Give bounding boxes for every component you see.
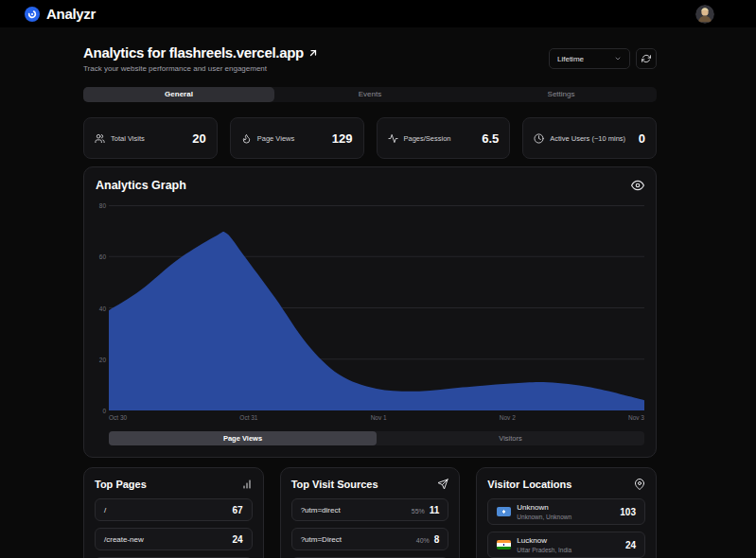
source-values: 40% 8 (416, 534, 440, 545)
location-region: Unknown, Unknown (517, 514, 571, 520)
india-flag-icon (497, 540, 511, 549)
main-content: Analytics for flashreels.vercel.app Trac… (83, 27, 657, 558)
external-link-icon[interactable] (308, 47, 319, 59)
stat-value: 6.5 (482, 131, 499, 146)
top-pages-panel: Top Pages / 67 /create-new 24 (83, 467, 264, 558)
y-tick: 60 (99, 253, 106, 260)
location-count: 103 (620, 507, 636, 517)
y-tick: 20 (99, 356, 106, 362)
source-percent: 55% (412, 508, 425, 514)
page-header: Analytics for flashreels.vercel.app Trac… (83, 44, 657, 73)
stat-label: Pages/Session (404, 134, 451, 143)
graph-title: Analytics Graph (96, 179, 186, 192)
page-count: 24 (233, 534, 243, 545)
header-controls: Lifetime (549, 48, 657, 69)
clock-icon (534, 133, 544, 144)
stat-left: Page Views (241, 133, 294, 144)
source-percent: 40% (416, 537, 430, 544)
panel-header: Top Visit Sources (291, 479, 449, 490)
page-title-text: Analytics for flashreels.vercel.app (83, 44, 304, 61)
y-tick: 40 (99, 305, 106, 311)
list-item: Lucknow Uttar Pradesh, India 24 (487, 532, 645, 558)
analyzr-logo-icon (25, 7, 40, 22)
top-navbar: Analyzr (0, 0, 756, 27)
refresh-icon (642, 54, 651, 63)
list-item: / 67 (95, 498, 253, 521)
y-tick: 80 (99, 202, 106, 209)
series-toggle: Page Views Visitors (109, 431, 644, 445)
graph-header: Analytics Graph (96, 179, 644, 192)
location-name: Lucknow (517, 536, 571, 545)
unknown-flag-icon (497, 507, 511, 516)
x-axis-labels: Oct 30 Oct 31 Nov 1 Nov 2 Nov 3 (109, 414, 644, 421)
plot-area (109, 205, 644, 410)
stat-card-pages-per-session: Pages/Session 6.5 (377, 117, 511, 159)
stat-label: Active Users (~10 mins) (550, 134, 625, 143)
refresh-button[interactable] (636, 48, 657, 69)
location-text: Unknown Unknown, Unknown (517, 503, 571, 520)
tab-events[interactable]: Events (274, 87, 466, 102)
page-subtitle: Track your website performance and user … (83, 64, 319, 73)
location-info: Unknown Unknown, Unknown (497, 503, 571, 520)
list-item: Unknown Unknown, Unknown 103 (487, 498, 645, 525)
stat-value: 129 (332, 131, 353, 146)
page-path: / (104, 506, 106, 514)
top-visit-sources-panel: Top Visit Sources ?utm=direct 55% 11 ?ut… (280, 467, 461, 558)
tab-bar: General Events Settings (83, 87, 657, 102)
location-name: Unknown (517, 503, 571, 512)
x-tick: Oct 31 (239, 414, 257, 421)
map-pin-icon (634, 479, 645, 490)
time-range-select[interactable]: Lifetime (549, 48, 630, 69)
user-avatar[interactable] (695, 5, 714, 24)
users-icon (95, 133, 105, 144)
tab-general[interactable]: General (83, 87, 274, 102)
tab-settings[interactable]: Settings (466, 87, 657, 102)
page-title: Analytics for flashreels.vercel.app (83, 44, 319, 61)
panel-header: Top Pages (95, 479, 253, 490)
graph-visibility-button[interactable] (631, 179, 644, 192)
visitor-locations-panel: Visitor Locations Unknown Unknown, Unkno… (476, 467, 657, 558)
analytics-area-chart (109, 205, 644, 410)
page-count: 67 (233, 505, 243, 515)
panel-header: Visitor Locations (487, 479, 645, 490)
stat-left: Active Users (~10 mins) (534, 133, 625, 144)
toggle-page-views[interactable]: Page Views (109, 431, 377, 445)
analytics-graph-card: Analytics Graph 80 60 40 20 0 Oct 30 Oct… (83, 166, 657, 458)
stat-card-page-views: Page Views 129 (230, 117, 364, 159)
x-tick: Nov 1 (371, 414, 387, 421)
list-item: /create-new 24 (95, 528, 253, 550)
brand[interactable]: Analyzr (25, 6, 96, 22)
flame-icon (241, 133, 252, 144)
stat-cards-row: Total Visits 20 Page Views 129 Pages/Ses… (83, 117, 657, 159)
x-tick: Nov 2 (500, 414, 516, 421)
list-item: ?utm=Direct 40% 8 (291, 528, 449, 550)
x-tick: Oct 30 (109, 414, 127, 421)
location-count: 24 (625, 540, 636, 550)
location-text: Lucknow Uttar Pradesh, India (517, 536, 571, 553)
y-tick: 0 (102, 408, 106, 414)
stat-value: 20 (192, 131, 205, 146)
chevron-down-icon (614, 55, 622, 62)
source-label: ?utm=direct (301, 506, 341, 514)
title-block: Analytics for flashreels.vercel.app Trac… (83, 44, 319, 73)
list-item: ?utm=direct 55% 11 (291, 498, 449, 521)
panel-title: Top Visit Sources (291, 479, 378, 490)
bar-chart-icon (241, 479, 253, 490)
location-info: Lucknow Uttar Pradesh, India (497, 536, 571, 553)
sources-icon (437, 479, 448, 490)
activity-icon (388, 133, 398, 144)
source-count: 11 (430, 505, 440, 515)
location-region: Uttar Pradesh, India (517, 547, 571, 553)
source-count: 8 (434, 534, 440, 545)
x-tick: Nov 3 (628, 414, 644, 421)
panel-title: Top Pages (95, 479, 147, 490)
stat-label: Page Views (257, 134, 294, 143)
source-label: ?utm=Direct (301, 535, 342, 544)
stat-value: 0 (639, 131, 645, 146)
bottom-panels: Top Pages / 67 /create-new 24 Top Visit … (83, 467, 657, 558)
chart-area: 80 60 40 20 0 (96, 205, 644, 410)
stat-left: Total Visits (95, 133, 145, 144)
stat-card-active-users: Active Users (~10 mins) 0 (522, 117, 657, 159)
toggle-visitors[interactable]: Visitors (377, 431, 644, 445)
brand-name: Analyzr (46, 6, 96, 22)
